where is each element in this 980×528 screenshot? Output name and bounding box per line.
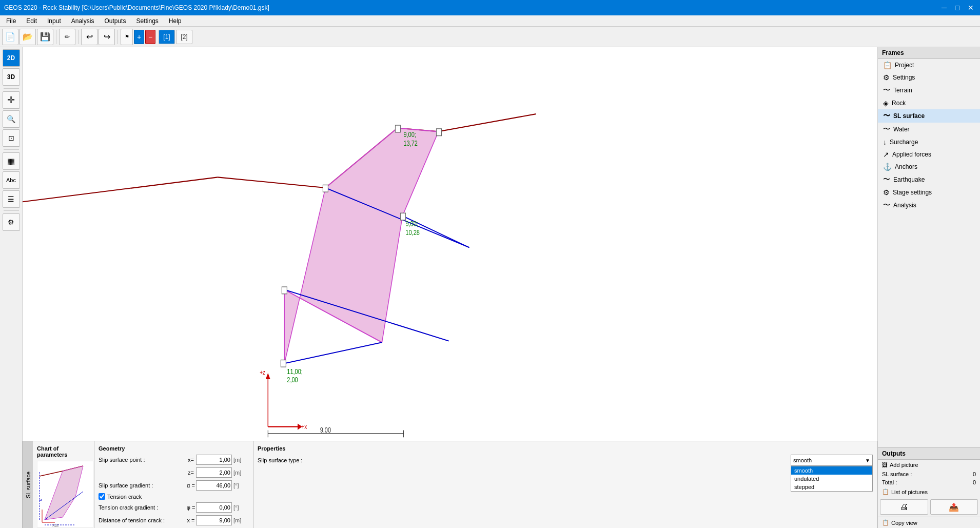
frame-sl-surface[interactable]: 〜 SL surface xyxy=(878,109,980,123)
svg-rect-16 xyxy=(281,360,286,367)
add-picture-button[interactable]: 🖼 Add picture xyxy=(878,460,980,470)
stage-2-button[interactable]: [2] xyxy=(176,30,192,44)
applied-forces-icon: ↗ xyxy=(883,150,889,159)
slip-point-label: Slip surface point : xyxy=(99,457,186,463)
print-button[interactable]: 🖨 xyxy=(880,499,928,515)
slip-type-options: smooth undulated stepped xyxy=(791,466,873,492)
center-area: 9,00; 13,72 9,00; 10,28 11,00; 2,00 +z +… xyxy=(23,47,877,528)
alpha-input[interactable] xyxy=(196,480,232,491)
slip-type-dropdown[interactable]: smooth ▼ xyxy=(791,455,873,466)
btn-move[interactable]: ✛ xyxy=(3,91,20,109)
btn-select[interactable]: ⊡ xyxy=(3,129,20,147)
edit-button[interactable]: ✏ xyxy=(59,29,75,45)
frame-anchors[interactable]: ⚓ Anchors xyxy=(878,161,980,173)
frame-surcharge[interactable]: ↓ Surcharge xyxy=(878,136,980,148)
tension-gradient-row: Tension crack gradient : φ = [°] xyxy=(99,502,249,513)
chart-svg: α X,Z xyxy=(37,461,93,527)
svg-text:2,00: 2,00 xyxy=(287,376,298,384)
btn-list[interactable]: ☰ xyxy=(3,190,20,208)
btn-abc[interactable]: Abc xyxy=(3,171,20,189)
menu-help[interactable]: Help xyxy=(165,16,186,26)
menu-bar: File Edit Input Analysis Outputs Setting… xyxy=(0,15,980,27)
analysis-icon: 〜 xyxy=(883,201,890,210)
svg-rect-15 xyxy=(282,287,287,294)
geometry-title: Geometry xyxy=(99,445,249,452)
redo-button[interactable]: ↪ xyxy=(99,29,115,45)
frame-analysis[interactable]: 〜 Analysis xyxy=(878,199,980,212)
frame-water[interactable]: 〜 Water xyxy=(878,123,980,136)
btn-settings[interactable]: ⚙ xyxy=(3,213,20,231)
maximize-button[interactable]: □ xyxy=(952,3,963,13)
phi-input[interactable] xyxy=(196,502,232,513)
stage-icon: ⚑ xyxy=(121,29,133,45)
bottom-buttons: 🖨 📤 xyxy=(878,497,980,517)
add-picture-label: Add picture xyxy=(890,462,918,468)
btn-zoom[interactable]: 🔍 xyxy=(3,110,20,128)
svg-text:+z: +z xyxy=(260,368,265,377)
option-stepped[interactable]: stepped xyxy=(791,483,872,491)
list-of-pictures-button[interactable]: 📋 List of pictures xyxy=(878,486,980,497)
properties-title: Properties xyxy=(258,445,873,452)
chart-section: Chart of parameters α X,Z xyxy=(33,441,94,528)
option-smooth[interactable]: smooth xyxy=(791,466,872,475)
frame-applied-forces[interactable]: ↗ Applied forces xyxy=(878,148,980,161)
btn-table[interactable]: ▦ xyxy=(3,152,20,170)
slip-type-label: Slip surface type : xyxy=(258,457,786,463)
new-button[interactable]: 📄 xyxy=(2,29,18,45)
menu-edit[interactable]: Edit xyxy=(22,16,41,26)
bottom-panel: SL surface Chart of parameters α X,Z xyxy=(23,441,877,528)
surcharge-icon: ↓ xyxy=(883,138,887,146)
dist-x-unit: [m] xyxy=(233,517,249,523)
tension-crack-checkbox[interactable] xyxy=(99,493,105,500)
gradient-label: Slip surface gradient : xyxy=(99,482,186,488)
rock-icon: ◈ xyxy=(883,99,889,107)
frame-terrain[interactable]: 〜 Terrain xyxy=(878,84,980,97)
sl-surface-tab[interactable]: SL surface xyxy=(23,441,33,528)
btn-2d[interactable]: 2D xyxy=(3,49,20,67)
settings-icon: ⚙ xyxy=(883,73,890,82)
phi-label: φ = xyxy=(186,504,196,511)
open-button[interactable]: 📂 xyxy=(19,29,36,45)
frame-project[interactable]: 📋 Project xyxy=(878,59,980,71)
close-button[interactable]: ✕ xyxy=(966,3,976,13)
x-input[interactable] xyxy=(196,455,232,465)
z-label: z= xyxy=(186,470,196,476)
frame-terrain-label: Terrain xyxy=(893,87,912,94)
option-undulated[interactable]: undulated xyxy=(791,475,872,483)
svg-text:10,28: 10,28 xyxy=(405,228,420,237)
frame-earthquake[interactable]: 〜 Earthquake xyxy=(878,173,980,186)
slip-type-value: smooth xyxy=(793,457,865,463)
menu-input[interactable]: Input xyxy=(43,16,65,26)
stage-1-button[interactable]: [1] xyxy=(159,30,175,44)
menu-analysis[interactable]: Analysis xyxy=(67,16,99,26)
menu-settings[interactable]: Settings xyxy=(132,16,162,26)
frame-project-label: Project xyxy=(895,62,914,69)
frame-settings[interactable]: ⚙ Settings xyxy=(878,71,980,84)
toolbar: 📄 📂 💾 ✏ ↩ ↪ ⚑ + − [1] [2] xyxy=(0,27,980,47)
z-row: z= [m] xyxy=(99,467,249,478)
dist-x-input[interactable] xyxy=(196,515,232,525)
canvas-area[interactable]: 9,00; 13,72 9,00; 10,28 11,00; 2,00 +z +… xyxy=(23,47,877,441)
menu-file[interactable]: File xyxy=(2,16,20,26)
save-button[interactable]: 💾 xyxy=(37,29,53,45)
frame-rock[interactable]: ◈ Rock xyxy=(878,97,980,109)
toolbar-sep-2 xyxy=(78,30,79,44)
frame-stage-settings-label: Stage settings xyxy=(893,189,932,196)
outputs-section: Outputs 🖼 Add picture SL surface : 0 Tot… xyxy=(878,447,980,528)
stage-add-button[interactable]: + xyxy=(134,30,144,44)
minimize-button[interactable]: ─ xyxy=(939,3,949,13)
frame-water-label: Water xyxy=(893,126,910,133)
menu-outputs[interactable]: Outputs xyxy=(100,16,130,26)
undo-button[interactable]: ↩ xyxy=(81,29,97,45)
stage-remove-button[interactable]: − xyxy=(145,30,155,44)
frame-stage-settings[interactable]: ⚙ Stage settings xyxy=(878,186,980,199)
frame-sl-surface-label: SL surface xyxy=(893,112,925,120)
z-input[interactable] xyxy=(196,467,232,478)
svg-text:9,00;: 9,00; xyxy=(403,130,416,139)
left-sep-1 xyxy=(4,88,19,89)
export-button[interactable]: 📤 xyxy=(930,499,978,515)
copy-view-button[interactable]: 📋 Copy view xyxy=(878,517,980,528)
btn-3d[interactable]: 3D xyxy=(3,68,20,86)
add-picture-icon: 🖼 xyxy=(882,462,888,468)
left-sep-3 xyxy=(4,210,19,211)
